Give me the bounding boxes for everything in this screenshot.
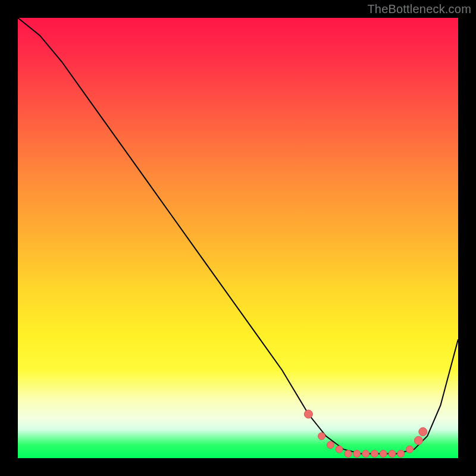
optimal-dot: [353, 450, 361, 458]
optimal-dot: [362, 450, 369, 458]
optimal-zone-dots: [18, 18, 458, 458]
optimal-dot: [318, 433, 325, 440]
attribution-text: TheBottleneck.com: [367, 2, 471, 16]
optimal-dot: [397, 450, 405, 458]
optimal-dot: [336, 446, 343, 453]
optimal-dot: [304, 410, 312, 418]
optimal-dot: [406, 446, 414, 453]
optimal-dot: [389, 450, 396, 458]
optimal-dot: [414, 436, 422, 444]
optimal-dot: [345, 450, 352, 458]
chart-container: TheBottleneck.com: [0, 0, 476, 476]
optimal-dot: [419, 428, 427, 436]
optimal-dot: [327, 441, 334, 449]
optimal-dot: [371, 450, 378, 458]
optimal-dot: [380, 450, 387, 458]
